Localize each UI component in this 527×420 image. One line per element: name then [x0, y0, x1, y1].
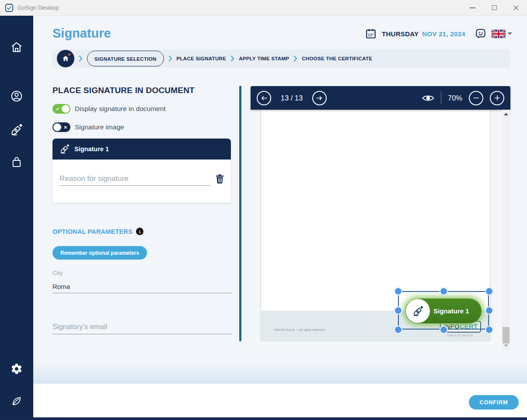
signature-widget-label: Signature 1 — [433, 307, 469, 315]
plus-icon — [493, 94, 501, 102]
breadcrumb-step-apply-time-stamp[interactable]: APPLY TIME STAMP — [239, 56, 289, 61]
gear-icon — [10, 363, 23, 375]
display-signature-toggle-row: ✓ Display signature in document — [52, 104, 166, 114]
info-icon[interactable]: i — [136, 228, 143, 235]
chevron-down-icon — [508, 32, 512, 35]
toolbar-separator — [441, 91, 441, 104]
main-area: Signature THURSDAY NOV 21, 2024 — [33, 16, 527, 420]
city-input[interactable] — [52, 280, 232, 293]
signature-widget-circle — [406, 299, 430, 323]
sidebar-item-store[interactable] — [0, 154, 33, 170]
scroll-up-icon[interactable] — [504, 113, 508, 115]
toggle-knob — [62, 105, 70, 113]
chevron-right-icon — [168, 56, 172, 62]
panel-heading: PLACE SIGNATURE IN DOCUMENT — [52, 86, 195, 95]
sidebar-nav — [0, 16, 33, 420]
remember-parameters-button[interactable]: Remember optional parameters — [52, 246, 147, 260]
uk-flag-icon — [492, 29, 506, 38]
resize-handle-mid-left[interactable] — [394, 306, 402, 315]
signature-pen-icon — [412, 305, 424, 317]
language-selector[interactable] — [492, 29, 512, 38]
optional-parameters-heading: OPTIONAL PARAMETERS — [52, 228, 133, 235]
feedback-button[interactable] — [475, 28, 486, 39]
breadcrumb-home-button[interactable] — [57, 50, 74, 67]
delete-signature-button[interactable] — [213, 172, 227, 186]
scroll-down-icon[interactable] — [504, 344, 508, 347]
reason-for-signature-input[interactable] — [59, 172, 210, 186]
gosign-app-icon — [4, 3, 14, 13]
zoom-in-button[interactable] — [490, 91, 504, 105]
resize-handle-top-right[interactable] — [485, 287, 493, 295]
resize-handle-bottom-right[interactable] — [485, 326, 493, 334]
signature-card-title: Signature 1 — [74, 146, 109, 153]
next-page-button[interactable] — [312, 91, 327, 105]
footer-bar: CONFIRM — [33, 384, 527, 417]
signatory-email-input[interactable] — [52, 319, 232, 334]
breadcrumb-step-place-signature[interactable]: PLACE SIGNATURE — [177, 56, 227, 61]
maximize-button[interactable] — [483, 0, 505, 15]
resize-handle-bottom-left[interactable] — [394, 326, 402, 334]
signature-image-toggle-row: ✕ Signature image — [52, 122, 124, 132]
previous-page-button[interactable] — [257, 91, 271, 105]
signature-card: Signature 1 — [52, 139, 231, 203]
sidebar-item-home[interactable] — [0, 39, 33, 55]
sidebar-item-signature[interactable] — [0, 122, 33, 138]
feedback-smiley-icon — [475, 28, 486, 39]
resize-handle-mid-right[interactable] — [485, 306, 493, 315]
window-titlebar: GoSign Desktop — [0, 0, 527, 16]
chevron-right-icon — [230, 56, 234, 62]
sidebar-item-eco[interactable] — [0, 393, 33, 409]
header-right: THURSDAY NOV 21, 2024 — [365, 28, 512, 39]
leaf-icon — [10, 395, 23, 407]
home-icon — [62, 55, 70, 62]
preview-visibility-button[interactable] — [422, 94, 434, 102]
signature-card-body — [52, 160, 231, 203]
breadcrumb-step-choose-certificate[interactable]: CHOOSE THE CERTIFICATE — [302, 56, 372, 61]
minimize-icon — [470, 7, 475, 8]
window-title: GoSign Desktop — [17, 4, 59, 11]
profile-icon — [10, 90, 23, 103]
optional-parameters-row: OPTIONAL PARAMETERS i — [52, 228, 143, 235]
resize-handle-bottom-mid[interactable] — [440, 326, 448, 334]
vertical-divider — [239, 86, 241, 341]
viewer-scrollbar[interactable] — [502, 110, 510, 350]
check-icon: ✓ — [56, 106, 59, 112]
minimize-button[interactable] — [461, 0, 483, 15]
maximize-icon — [492, 5, 497, 10]
resize-handle-top-mid[interactable] — [440, 287, 448, 295]
zoom-level: 70% — [448, 94, 462, 102]
resize-handle-top-left[interactable] — [394, 287, 402, 295]
close-icon — [513, 5, 519, 11]
arrow-right-icon — [315, 94, 324, 102]
signature-card-header[interactable]: Signature 1 — [52, 139, 231, 160]
signature-pen-icon — [10, 123, 23, 136]
sidebar-item-settings[interactable] — [0, 361, 33, 377]
home-icon — [10, 41, 23, 54]
footer-gradient — [33, 362, 527, 384]
shopping-bag-icon — [10, 156, 23, 168]
page-indicator: 13 / 13 — [278, 94, 305, 102]
page-title: Signature — [52, 26, 111, 41]
date-value: NOV 21, 2024 — [422, 30, 465, 38]
scrollbar-thumb[interactable] — [503, 327, 510, 344]
bottom-accent-strip — [0, 417, 527, 420]
breadcrumb: SIGNATURE SELECTION PLACE SIGNATURE APPL… — [52, 49, 510, 68]
signature-options-panel: PLACE SIGNATURE IN DOCUMENT ✓ Display si… — [52, 83, 233, 346]
confirm-button[interactable]: CONFIRM — [469, 395, 519, 410]
calendar-icon — [365, 28, 377, 39]
notification-dot — [68, 53, 70, 56]
minus-icon — [472, 94, 480, 102]
close-button[interactable] — [505, 0, 527, 15]
trash-icon — [214, 173, 226, 185]
sidebar-item-profile[interactable] — [0, 88, 33, 104]
date-weekday: THURSDAY — [382, 30, 419, 38]
chevron-right-icon — [79, 56, 83, 62]
signature-widget[interactable]: Signature 1 — [405, 299, 482, 323]
breadcrumb-step-signature-selection[interactable]: SIGNATURE SELECTION — [87, 51, 164, 66]
toggle-knob — [53, 123, 61, 131]
city-label: City — [52, 270, 63, 276]
zoom-out-button[interactable] — [469, 91, 483, 105]
signature-image-toggle[interactable]: ✕ — [52, 122, 70, 132]
cross-icon: ✕ — [64, 125, 67, 130]
display-signature-toggle[interactable]: ✓ — [52, 104, 70, 114]
